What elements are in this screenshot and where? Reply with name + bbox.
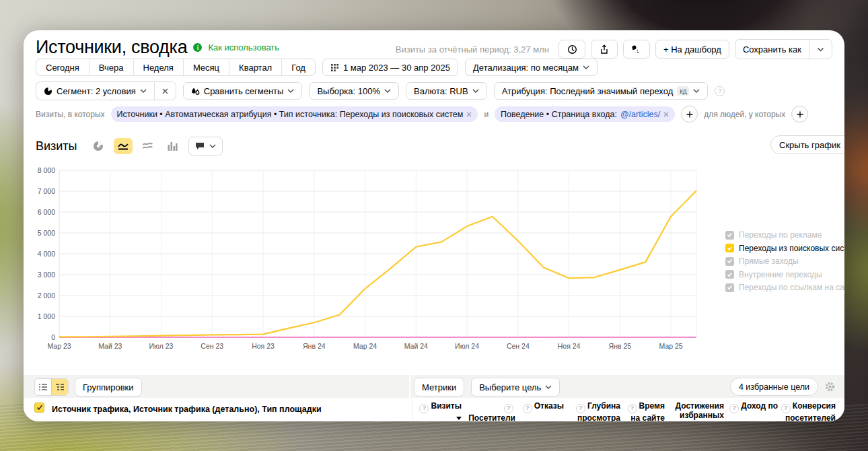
svg-text:2 000: 2 000 (38, 291, 55, 300)
chevron-down-icon (384, 89, 391, 93)
svg-text:4 000: 4 000 (38, 250, 55, 258)
column-depth[interactable]: Глубина просмотра (564, 401, 620, 421)
column-visitors[interactable]: Посетители (462, 401, 515, 421)
and-label: и (484, 110, 489, 119)
sampling-label: Выборка: 100% (317, 86, 380, 96)
column-revenue[interactable]: Доход по (724, 401, 778, 421)
close-icon[interactable] (466, 112, 472, 117)
currency-dropdown[interactable]: Валюта: RUB (406, 82, 487, 100)
export-icon (600, 44, 609, 55)
comments-button[interactable] (623, 40, 650, 59)
bar-chart-icon[interactable] (164, 138, 182, 154)
legend-item-internal[interactable]: Внутренние переходы (725, 270, 844, 279)
plus-icon (797, 111, 803, 118)
filter-chip-behavior[interactable]: Поведение • Страница входа: @/articles/ (495, 106, 675, 122)
hide-chart-button[interactable]: Скрыть график (770, 135, 844, 154)
help-circle-icon[interactable] (729, 404, 739, 413)
area-chart-icon[interactable] (139, 138, 157, 154)
compare-label: Сравнить сегменты (204, 86, 284, 96)
legend-item-site-links[interactable]: Переходы по ссылкам на сайтах (725, 283, 844, 292)
preset-year[interactable]: Год (281, 59, 315, 75)
svg-text:Ноя 23: Ноя 23 (252, 342, 275, 350)
column-conversion[interactable]: Конверсия посетителей (778, 401, 836, 421)
help-circle-icon[interactable] (715, 86, 725, 96)
save-as-caret-button[interactable] (809, 40, 832, 59)
annotations-button[interactable] (188, 137, 223, 155)
hide-chart-label: Скрыть график (779, 140, 840, 150)
help-circle-icon[interactable] (781, 404, 791, 413)
export-button[interactable] (591, 40, 618, 59)
period-visits-text: Визиты за отчётный период: 3,27 млн (396, 44, 549, 55)
calendar-grid-icon (330, 63, 339, 72)
svg-text:3 000: 3 000 (38, 271, 55, 279)
dimension-checkbox[interactable] (34, 403, 44, 413)
date-range-button[interactable]: 1 мар 2023 — 30 апр 2025 (322, 59, 458, 76)
chevron-down-icon (583, 65, 589, 69)
segment-split-button: Сегмент: 2 условия (36, 81, 176, 100)
segment-clear-button[interactable] (154, 82, 176, 100)
svg-text:6 000: 6 000 (38, 208, 55, 216)
segment-dropdown[interactable]: Сегмент: 2 условия (36, 82, 154, 100)
info-icon: i (193, 43, 202, 52)
sampling-dropdown[interactable]: Выборка: 100% (309, 82, 399, 100)
svg-text:Июл 24: Июл 24 (455, 342, 479, 350)
preset-week[interactable]: Неделя (133, 59, 183, 75)
svg-text:Мар 24: Мар 24 (353, 342, 377, 350)
column-visits[interactable]: Визиты (419, 401, 462, 421)
how-to-use-link[interactable]: Как использовать (208, 42, 279, 53)
attribution-label: Атрибуция: Последний значимый переход (502, 86, 674, 96)
chevron-down-icon (693, 89, 700, 93)
chevron-down-icon (287, 89, 294, 93)
add-visit-condition-button[interactable] (681, 106, 698, 123)
help-circle-icon[interactable] (576, 404, 585, 413)
compare-drops-icon (191, 87, 200, 96)
table-toolbar: Группировки Метрики Выберите цель 4 избр… (24, 375, 844, 398)
help-circle-icon[interactable] (504, 404, 513, 413)
choose-goal-dropdown[interactable]: Выберите цель (471, 378, 560, 396)
add-people-condition-button[interactable] (791, 106, 808, 123)
line-chart-icon[interactable] (114, 138, 133, 154)
groupings-button[interactable]: Группировки (75, 378, 142, 396)
flat-list-icon[interactable] (35, 379, 51, 395)
close-icon[interactable] (663, 112, 669, 117)
help-circle-icon[interactable] (523, 404, 532, 413)
dimension-header[interactable]: Источник трафика, Источник трафика (дета… (52, 405, 322, 414)
add-to-dashboard-button[interactable]: + На дашборд (655, 40, 729, 59)
column-time-on-site[interactable]: Время на сайте (620, 401, 665, 421)
column-bounces[interactable]: Отказы (515, 401, 564, 421)
column-goal-achievements[interactable]: Достижения избранных (665, 401, 724, 421)
annotation-bubble-icon (195, 142, 205, 150)
metrics-button[interactable]: Метрики (414, 378, 464, 396)
pie-chart-icon[interactable] (89, 138, 108, 154)
history-button[interactable] (558, 40, 585, 59)
tree-list-icon[interactable] (51, 379, 68, 395)
visits-chart[interactable]: 8 0007 0006 0005 0004 0003 0002 0001 000… (24, 162, 844, 357)
preset-month[interactable]: Месяц (183, 59, 229, 75)
save-as-button[interactable]: Сохранить как (735, 40, 809, 59)
attribution-badge: кд (677, 86, 689, 96)
compare-segments-dropdown[interactable]: Сравнить сегменты (183, 82, 303, 100)
visits-in-which-label: Визиты, в которых (36, 110, 105, 119)
legend-item-search[interactable]: Переходы из поисковых систем (725, 244, 844, 253)
close-icon (162, 88, 168, 94)
preset-quarter[interactable]: Квартал (229, 59, 281, 75)
date-range-label: 1 мар 2023 — 30 апр 2025 (343, 63, 450, 73)
help-circle-icon[interactable] (419, 404, 429, 413)
filter-chip-sources[interactable]: Источники • Автоматическая атрибуция • Т… (111, 106, 478, 122)
legend-item-ads[interactable]: Переходы по рекламе (725, 230, 844, 240)
sort-desc-icon (456, 417, 462, 420)
help-circle-icon[interactable] (628, 404, 637, 413)
filter-chip-behavior-label: Поведение • Страница входа: (501, 110, 617, 119)
attribution-dropdown[interactable]: Атрибуция: Последний значимый переход кд (494, 82, 709, 100)
legend-item-direct[interactable]: Прямые заходы (725, 256, 844, 266)
detail-dropdown[interactable]: Детализация: по месяцам (465, 59, 598, 76)
settings-gear-icon[interactable] (825, 382, 835, 392)
svg-text:Сен 23: Сен 23 (201, 342, 223, 350)
checkbox-checked-icon (725, 270, 734, 279)
preset-yesterday[interactable]: Вчера (89, 59, 133, 75)
favorite-goals-button[interactable]: 4 избранные цели (730, 378, 818, 396)
entry-page-link[interactable]: @/articles/ (620, 110, 660, 119)
plus-icon (686, 111, 693, 118)
svg-text:Янв 25: Янв 25 (609, 342, 632, 350)
preset-today[interactable]: Сегодня (36, 59, 89, 75)
